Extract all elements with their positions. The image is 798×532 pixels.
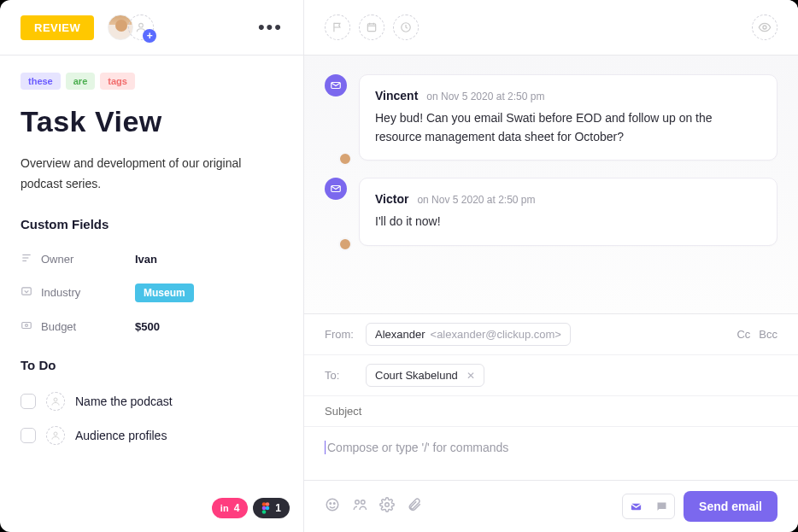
todo-item: Audience profiles <box>21 418 283 453</box>
left-footer-chips: in 4 1 <box>212 498 290 518</box>
svg-point-23 <box>330 503 332 505</box>
right-header <box>304 0 798 56</box>
svg-point-25 <box>355 500 360 505</box>
emoji-icon[interactable] <box>325 497 340 516</box>
custom-field-value[interactable]: Museum <box>135 284 194 302</box>
message-body: I'll do it now! <box>375 213 761 231</box>
compose-body-row <box>304 426 798 480</box>
invision-icon: in <box>220 503 229 513</box>
todo-label[interactable]: Name the podcast <box>75 395 173 408</box>
remove-recipient-icon[interactable]: ✕ <box>466 370 475 382</box>
to-label: To: <box>325 369 366 382</box>
svg-point-27 <box>385 503 390 507</box>
send-email-button[interactable]: Send email <box>684 491 777 522</box>
compose-area: From: Alexander <alexander@clickup.com> … <box>304 313 798 532</box>
mail-icon <box>325 178 347 200</box>
svg-rect-5 <box>22 322 32 328</box>
flag-button[interactable] <box>325 15 350 40</box>
custom-field-label: Budget <box>41 320 135 333</box>
figma-icon <box>261 502 270 514</box>
to-pill[interactable]: Court Skabelund ✕ <box>366 364 484 387</box>
from-pill[interactable]: Alexander <alexander@clickup.com> <box>366 323 571 346</box>
cc-button[interactable]: Cc <box>736 328 750 341</box>
compose-to-row: To: Court Skabelund ✕ <box>304 354 798 395</box>
svg-point-8 <box>54 432 57 436</box>
settings-icon[interactable] <box>379 497 395 516</box>
email-mode-button[interactable] <box>623 494 648 518</box>
svg-point-10 <box>266 502 270 506</box>
message-author: Victor <box>375 192 408 206</box>
date-button[interactable] <box>359 15 384 40</box>
svg-point-13 <box>262 510 267 514</box>
mention-icon[interactable] <box>352 497 367 516</box>
review-status-button[interactable]: REVIEW <box>21 15 94 40</box>
text-cursor-icon <box>325 441 326 454</box>
invision-chip[interactable]: in 4 <box>212 498 248 518</box>
todo-heading: To Do <box>21 358 283 372</box>
todo-item: Name the podcast <box>21 384 283 418</box>
message-avatar <box>325 74 347 161</box>
message: Vincent on Nov 5 2020 at 2:50 pm Hey bud… <box>325 74 777 161</box>
svg-point-11 <box>262 506 267 511</box>
svg-point-7 <box>54 398 57 401</box>
more-menu-button[interactable]: ••• <box>258 16 283 38</box>
left-body: these are tags Task View Overview and de… <box>0 56 303 532</box>
from-name: Alexander <box>375 328 425 341</box>
svg-point-22 <box>326 499 338 511</box>
time-button[interactable] <box>393 15 419 40</box>
todo-assignee-button[interactable] <box>46 426 65 445</box>
user-avatar-icon <box>338 152 352 166</box>
from-label: From: <box>325 328 366 341</box>
custom-field-value[interactable]: Ivan <box>135 253 157 266</box>
message-bubble[interactable]: Vincent on Nov 5 2020 at 2:50 pm Hey bud… <box>359 74 777 161</box>
task-description[interactable]: Overview and development of our original… <box>21 154 243 195</box>
todo-checkbox[interactable] <box>21 428 36 443</box>
tag-list: these are tags <box>21 73 283 90</box>
custom-field-row: Owner Ivan <box>21 243 283 275</box>
todo-checkbox[interactable] <box>21 394 36 409</box>
message-bubble[interactable]: Victor on Nov 5 2020 at 2:50 pm I'll do … <box>359 178 777 246</box>
custom-fields-heading: Custom Fields <box>21 217 283 231</box>
custom-field-value[interactable]: $500 <box>135 320 160 333</box>
message-avatar <box>325 178 347 246</box>
task-title[interactable]: Task View <box>21 105 283 138</box>
figma-count: 1 <box>275 502 281 514</box>
tag[interactable]: are <box>66 73 96 90</box>
tag[interactable]: these <box>21 73 61 90</box>
message: Victor on Nov 5 2020 at 2:50 pm I'll do … <box>325 178 777 246</box>
custom-field-label: Industry <box>41 286 135 299</box>
text-field-icon <box>21 252 41 266</box>
todo-label[interactable]: Audience profiles <box>75 429 167 442</box>
svg-rect-14 <box>367 24 375 32</box>
tag[interactable]: tags <box>100 73 135 90</box>
svg-point-26 <box>361 500 366 505</box>
left-header: REVIEW + ••• <box>0 0 303 56</box>
left-panel: REVIEW + ••• these are tags Task View Ov… <box>0 0 304 532</box>
svg-point-0 <box>139 23 144 27</box>
invision-count: 4 <box>234 502 240 514</box>
add-assignee-button[interactable]: + <box>128 15 154 40</box>
comment-mode-button[interactable] <box>648 494 674 518</box>
user-avatar-icon <box>338 237 352 251</box>
message-thread: Vincent on Nov 5 2020 at 2:50 pm Hey bud… <box>304 56 798 313</box>
compose-from-row: From: Alexander <alexander@clickup.com> … <box>304 314 798 354</box>
app-window: REVIEW + ••• these are tags Task View Ov… <box>0 0 798 532</box>
attachment-icon[interactable] <box>407 497 422 516</box>
right-panel: Vincent on Nov 5 2020 at 2:50 pm Hey bud… <box>304 0 798 532</box>
plus-badge-icon: + <box>143 29 156 43</box>
body-input[interactable] <box>327 441 777 454</box>
compose-footer: Send email <box>304 480 798 532</box>
subject-input[interactable] <box>325 405 777 418</box>
custom-field-label: Owner <box>41 253 135 266</box>
compose-subject-row <box>304 395 798 426</box>
message-body: Hey bud! Can you email Swati before EOD … <box>375 109 761 146</box>
message-author: Vincent <box>375 89 418 102</box>
figma-chip[interactable]: 1 <box>253 498 290 518</box>
to-name: Court Skabelund <box>375 369 458 382</box>
svg-rect-4 <box>22 288 32 295</box>
assignee-avatars: + <box>108 15 154 40</box>
todo-assignee-button[interactable] <box>46 392 65 411</box>
watch-button[interactable] <box>752 15 777 40</box>
custom-field-row: Industry Museum <box>21 275 283 311</box>
bcc-button[interactable]: Bcc <box>759 328 777 341</box>
